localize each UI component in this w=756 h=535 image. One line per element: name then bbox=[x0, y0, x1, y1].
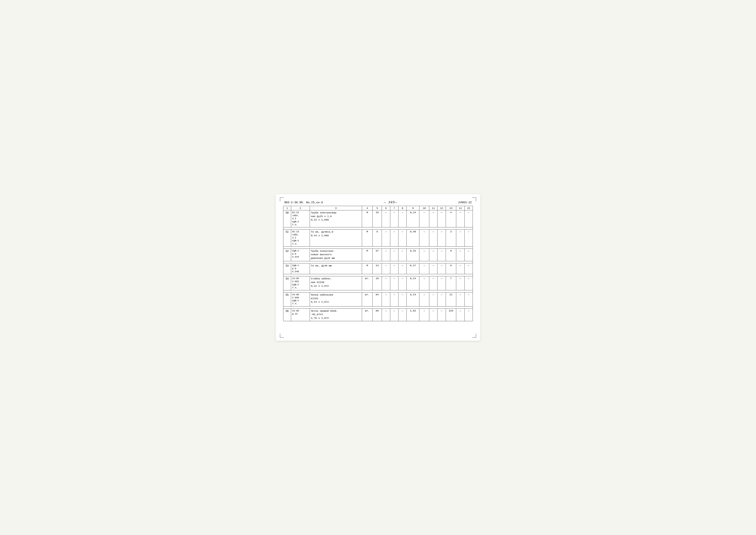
cell-col11: — bbox=[429, 248, 438, 261]
table-row: 52СЦМ-Ур.9п.544Труба полиэтиле-новая выс… bbox=[284, 248, 473, 261]
cell-col11: — bbox=[429, 211, 438, 227]
corner-mark-br bbox=[472, 334, 476, 338]
cell-col14: — bbox=[456, 308, 464, 321]
col-header-11: 11 bbox=[429, 206, 438, 211]
cell-col9: 0,37 bbox=[407, 263, 419, 274]
cell-col5: 6 bbox=[372, 229, 382, 246]
table-row: 53СЦМ-Ур.9п.546То же, Ду40 ммМ24———0,37—… bbox=[284, 263, 473, 274]
cell-num: 54 bbox=[284, 276, 291, 290]
cell-col6: — bbox=[382, 229, 390, 246]
cell-col9: 0,I4 bbox=[407, 292, 419, 306]
cell-col13: 7 bbox=[446, 276, 456, 290]
cell-col10: — bbox=[419, 308, 429, 321]
cell-col13: 9 bbox=[446, 248, 456, 261]
col-header-9: 9 bbox=[407, 206, 419, 211]
cell-col15: — bbox=[464, 308, 472, 321]
spacer-row bbox=[284, 261, 473, 263]
col-header-2: 2 bbox=[291, 206, 310, 211]
main-table: 1 2 3 4 5 6 7 8 9 10 11 12 13 14 15 500I… bbox=[283, 206, 473, 321]
spacer-row bbox=[284, 290, 473, 292]
cell-col6: — bbox=[382, 248, 390, 261]
cell-col5: 57 bbox=[372, 248, 382, 261]
cell-ref: СЦМ-Ур.9п.544 bbox=[291, 248, 310, 261]
cell-col14: — bbox=[456, 229, 464, 246]
cell-col5: 28 bbox=[372, 276, 382, 290]
cell-unit: М bbox=[362, 263, 373, 274]
cell-col13: 3 bbox=[446, 229, 456, 246]
cell-col10: — bbox=[419, 229, 429, 246]
cell-num: 56 bbox=[284, 308, 291, 321]
cell-num: 5I bbox=[284, 229, 291, 246]
cell-col9: 0,48 bbox=[407, 229, 419, 246]
col-header-3: 3 bbox=[310, 206, 362, 211]
cell-col15: — bbox=[464, 211, 472, 227]
cell-col12: — bbox=[438, 229, 446, 246]
cell-ref: 24-05I-696СЦМ-УТ.Ч. bbox=[291, 292, 310, 306]
cell-ref: 24-05д.22 bbox=[291, 308, 310, 321]
cell-col13: I26 bbox=[446, 308, 456, 321]
page-header: 903-2-30.90. Ал,I5,кн.6 — 305— 24963-22 bbox=[283, 201, 473, 204]
cell-unit: М bbox=[362, 248, 373, 261]
cell-col12: — bbox=[438, 276, 446, 290]
cell-col14: — bbox=[456, 248, 464, 261]
document-page: 903-2-30.90. Ал,I5,кн.6 — 305— 24963-22 … bbox=[276, 194, 480, 341]
cell-col11: — bbox=[429, 229, 438, 246]
cell-col5: 24 bbox=[372, 263, 382, 274]
cell-col15: — bbox=[464, 248, 472, 261]
cell-col9: I,82 bbox=[407, 308, 419, 321]
table-row: 5524-05I-696СЦМ-УТ.Ч.Полка кабельнаяКII6… bbox=[284, 292, 473, 306]
cell-ref: 0I-I3табл.3.IСЦМ-УТ.Ч. bbox=[291, 229, 310, 246]
cell-col9: 0,I5 bbox=[407, 248, 419, 261]
cell-col12: — bbox=[438, 211, 446, 227]
cell-col7: — bbox=[390, 211, 398, 227]
spacer-row bbox=[284, 274, 473, 276]
cell-col11: — bbox=[429, 263, 438, 274]
corner-mark-tl bbox=[280, 197, 284, 201]
cell-col7: — bbox=[390, 248, 398, 261]
table-row: 5424-05I-86IСЦМ-УТ.Ч.Стойка кабель-ная К… bbox=[284, 276, 473, 290]
cell-desc: Труба электросвар-ная Ду25 х I,60,22 х I… bbox=[310, 211, 362, 227]
cell-num: 55 bbox=[284, 292, 291, 306]
col-header-6: 6 bbox=[382, 206, 390, 211]
cell-col13: 9 bbox=[446, 263, 456, 274]
cell-col13: 4 bbox=[446, 211, 456, 227]
cell-unit: шт. bbox=[362, 276, 373, 290]
cell-col10: — bbox=[419, 276, 429, 290]
cell-col8: — bbox=[398, 292, 407, 306]
spacer-row bbox=[284, 227, 473, 229]
cell-desc: Труба полиэтиле-новая высокогодавления Д… bbox=[310, 248, 362, 261]
cell-unit: М bbox=[362, 229, 373, 246]
cell-col11: — bbox=[429, 292, 438, 306]
cell-col11: — bbox=[429, 276, 438, 290]
cell-col6: — bbox=[382, 276, 390, 290]
cell-col9: 0,24 bbox=[407, 276, 419, 290]
cell-ref: 0I-I3табл.3.IСЦМ-УТ.Ч. bbox=[291, 211, 310, 227]
cell-col13: I2 bbox=[446, 292, 456, 306]
cell-col14: — bbox=[456, 292, 464, 306]
cell-desc: Лоток прямой НЛ20--МI,87У3I,70 х I,072 bbox=[310, 308, 362, 321]
col-header-4: 4 bbox=[362, 206, 373, 211]
col-header-1: 1 bbox=[284, 206, 291, 211]
cell-num: 50 bbox=[284, 211, 291, 227]
cell-desc: То же, Ду48х2,00,44 х I,089 bbox=[310, 229, 362, 246]
cell-col12: — bbox=[438, 292, 446, 306]
cell-col7: — bbox=[390, 308, 398, 321]
col-header-5: 5 bbox=[372, 206, 382, 211]
cell-col6: — bbox=[382, 308, 390, 321]
cell-col12: — bbox=[438, 263, 446, 274]
cell-ref: СЦМ-Ур.9п.546 bbox=[291, 263, 310, 274]
cell-col14: — bbox=[456, 276, 464, 290]
cell-col10: — bbox=[419, 263, 429, 274]
col-header-15: 15 bbox=[464, 206, 472, 211]
cell-col10: — bbox=[419, 292, 429, 306]
cell-col8: — bbox=[398, 308, 407, 321]
header-right-text: 24963-22 bbox=[458, 201, 472, 204]
cell-col9: 0,24 bbox=[407, 211, 419, 227]
cell-col8: — bbox=[398, 276, 407, 290]
cell-desc: То же, Ду40 мм bbox=[310, 263, 362, 274]
header-center-text: — 305— bbox=[384, 201, 397, 204]
cell-col8: — bbox=[398, 248, 407, 261]
cell-col12: — bbox=[438, 308, 446, 321]
cell-col7: — bbox=[390, 229, 398, 246]
table-row: 500I-I3табл.3.IСЦМ-УТ.Ч.Труба электросва… bbox=[284, 211, 473, 227]
